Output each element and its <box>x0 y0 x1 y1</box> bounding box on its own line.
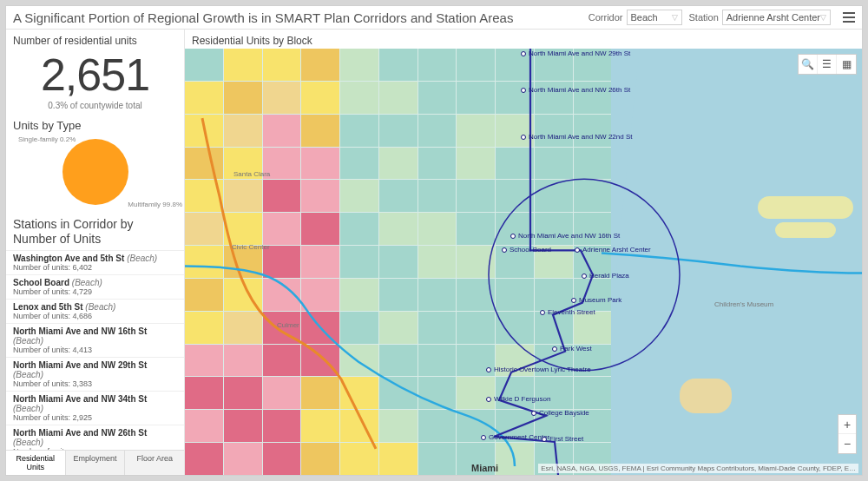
station-value: Adrienne Arsht Center <box>727 12 820 23</box>
kpi-value: 2,651 <box>13 49 177 101</box>
map-station-dot[interactable] <box>502 247 507 253</box>
tab-floor-area[interactable]: Floor Area <box>125 451 184 475</box>
chevron-down-icon: ▽ <box>672 13 678 22</box>
zoom-out-button[interactable]: − <box>838 434 856 453</box>
map-station-dot[interactable] <box>486 367 491 372</box>
corridor-select[interactable]: Beach ▽ <box>627 10 682 25</box>
search-icon[interactable]: 🔍 <box>799 55 818 74</box>
units-by-type-chart: Single-family 0.2% Multifamily 99.8% <box>6 134 184 210</box>
page-title: A Significant Portion of Regional Growth… <box>13 10 582 25</box>
menu-icon[interactable] <box>838 12 855 23</box>
map-poi-label: Children's Museum <box>714 300 773 308</box>
tabs: Residential UnitsEmploymentFloor Area <box>6 450 184 475</box>
map-station-dot[interactable] <box>481 435 486 440</box>
map-station-dot[interactable] <box>571 298 576 303</box>
station-list-item[interactable]: North Miami Ave and NW 16th St (Beach)Nu… <box>6 324 184 358</box>
corridor-value: Beach <box>631 12 658 23</box>
map-poi-label: Culmer <box>277 321 299 329</box>
map-station-dot[interactable] <box>552 346 557 352</box>
map-attribution: Esri, NASA, NGA, USGS, FEMA | Esri Commu… <box>538 464 858 473</box>
map-poi-label: Civic Center <box>232 243 270 251</box>
map-station-dot[interactable] <box>521 51 526 56</box>
zoom-in-button[interactable]: + <box>838 415 856 434</box>
map-poi-label: Santa Clara <box>233 170 270 178</box>
station-list-item[interactable]: School Board (Beach)Number of units: 4,7… <box>6 275 184 300</box>
stations-list[interactable]: Washington Ave and 5th St (Beach)Number … <box>6 250 184 450</box>
units-by-type-title: Units by Type <box>6 114 184 134</box>
map-station-dot[interactable] <box>510 234 516 239</box>
map-station-dot[interactable] <box>521 88 526 93</box>
station-list-item[interactable]: North Miami Ave and NW 34th St (Beach)Nu… <box>6 392 184 425</box>
station-select[interactable]: Adrienne Arsht Center ▽ <box>722 10 831 25</box>
donut-label-sf: Single-family 0.2% <box>18 135 76 143</box>
stations-list-title: Stations in Corridor by Number of Units <box>6 210 184 250</box>
map[interactable]: North Miami Ave and NW 29th StNorth Miam… <box>185 49 862 475</box>
map-station-dot[interactable] <box>575 247 580 253</box>
station-label: Station <box>689 12 719 23</box>
chevron-down-icon: ▽ <box>820 13 826 22</box>
city-label: Miami <box>471 463 498 473</box>
map-station-dot[interactable] <box>540 310 545 315</box>
tab-employment[interactable]: Employment <box>66 451 126 475</box>
map-toolbar: 🔍 ☰ ▦ <box>798 54 857 75</box>
corridor-label: Corridor <box>589 12 623 23</box>
station-list-item[interactable]: Lenox and 5th St (Beach)Number of units:… <box>6 300 184 324</box>
basemap-icon[interactable]: ▦ <box>837 55 856 74</box>
kpi-title: Number of residential units <box>6 30 184 49</box>
map-station-dot[interactable] <box>582 273 587 279</box>
map-station-dot[interactable] <box>486 397 491 402</box>
map-station-dot[interactable] <box>531 411 536 416</box>
station-list-item[interactable]: North Miami Ave and NW 29th St (Beach)Nu… <box>6 358 184 392</box>
station-list-item[interactable]: Washington Ave and 5th St (Beach)Number … <box>6 251 184 275</box>
zoom-control: + − <box>838 414 857 454</box>
map-title: Residential Units by Block <box>185 30 862 49</box>
tab-residential-units[interactable]: Residential Units <box>6 451 66 475</box>
map-station-dot[interactable] <box>542 437 547 442</box>
donut-label-mf: Multifamily 99.8% <box>128 201 182 208</box>
map-station-dot[interactable] <box>521 135 526 140</box>
legend-icon[interactable]: ☰ <box>818 55 837 74</box>
station-list-item[interactable]: North Miami Ave and NW 26th St (Beach)Nu… <box>6 425 184 450</box>
map-overlay <box>185 49 862 475</box>
kpi-subtext: 0.3% of countywide total <box>13 101 177 110</box>
